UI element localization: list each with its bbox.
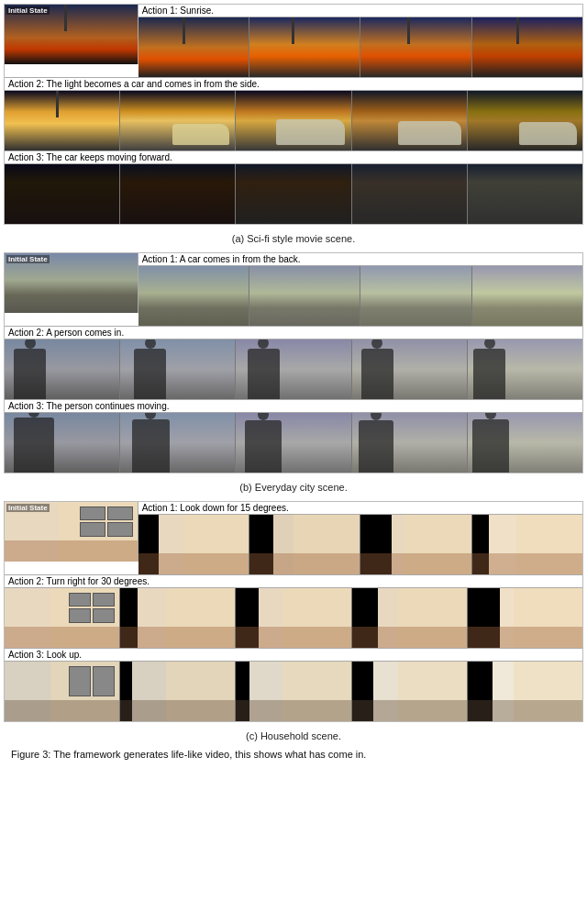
city-row1: Action 2: A person comes in. xyxy=(5,327,582,400)
sci-fi-frame-r1c1 xyxy=(120,91,236,150)
household-frame-r2c3 xyxy=(352,662,468,721)
sci-fi-frame-r0c3 xyxy=(360,17,471,77)
sci-fi-scene: Initial State Action 1: Sunrise. Action … xyxy=(4,4,583,225)
city-frame-r2c1 xyxy=(120,413,236,473)
sci-fi-frame-r1c2 xyxy=(236,91,351,150)
sci-fi-frame-r2c4 xyxy=(468,164,582,224)
sci-fi-row1: Action 2: The light becomes a car and co… xyxy=(5,78,582,151)
city-frame-r1c3 xyxy=(352,340,468,399)
household-frame-r1c3 xyxy=(352,588,468,648)
city-frame-r2c3 xyxy=(352,413,468,473)
city-frame-r0c3 xyxy=(360,266,471,326)
sci-fi-frame-r1c4 xyxy=(468,91,582,150)
sci-fi-frame-r2c0 xyxy=(5,164,120,224)
household-row0: Initial State Action 1: Look down for 15… xyxy=(5,502,582,575)
city-frame-r1c0 xyxy=(5,340,120,399)
household-frame-r0c3 xyxy=(360,515,471,574)
household-action2-label: Action 2: Turn right for 30 degrees. xyxy=(5,575,582,588)
figure-caption: Figure 3: The framework generates life-l… xyxy=(4,744,583,765)
city-scene: Initial State Action 1: A car comes in f… xyxy=(4,252,583,473)
sci-fi-action3-label: Action 3: The car keeps moving forward. xyxy=(5,151,582,164)
household-caption: (c) Household scene. xyxy=(4,728,583,744)
sci-fi-frame-r0c1 xyxy=(138,17,249,77)
sci-fi-frame-r2c1 xyxy=(120,164,236,224)
household-frame-r2c0 xyxy=(5,662,120,721)
household-initial-label: Initial State xyxy=(6,504,50,512)
sci-fi-frame-r2c3 xyxy=(352,164,468,224)
household-row1: Action 2: Turn right for 30 degrees. xyxy=(5,575,582,649)
sci-fi-frame-r1c0 xyxy=(5,91,120,150)
city-frame-r0c4 xyxy=(472,266,582,326)
sci-fi-frame-r1c3 xyxy=(352,91,468,150)
sci-fi-frame-r0c2 xyxy=(249,17,360,77)
sci-fi-frame-r0c0: Initial State xyxy=(5,5,138,64)
household-action3-label: Action 3: Look up. xyxy=(5,649,582,662)
household-frame-r2c2 xyxy=(236,662,351,721)
city-frame-r1c2 xyxy=(236,340,351,399)
city-row2: Action 3: The person continues moving. xyxy=(5,400,582,473)
sci-fi-caption: (a) Sci-fi style movie scene. xyxy=(4,230,583,247)
sci-fi-row0: Initial State Action 1: Sunrise. xyxy=(5,5,582,78)
city-caption: (b) Everyday city scene. xyxy=(4,479,583,495)
city-frame-r2c0 xyxy=(5,413,120,473)
sci-fi-action2-label: Action 2: The light becomes a car and co… xyxy=(5,78,582,91)
sci-fi-action1-label: Action 1: Sunrise. xyxy=(138,5,582,17)
city-action2-label: Action 2: A person comes in. xyxy=(5,327,582,340)
city-frame-r2c2 xyxy=(236,413,351,473)
household-frame-r0c2 xyxy=(249,515,360,574)
city-frame-r2c4 xyxy=(468,413,582,473)
household-frame-r0c0: Initial State xyxy=(5,502,138,562)
sci-fi-frame-r0c4 xyxy=(472,17,582,77)
household-frame-r1c2 xyxy=(236,588,351,648)
city-frame-r1c4 xyxy=(468,340,582,399)
sci-fi-row2: Action 3: The car keeps moving forward. xyxy=(5,151,582,224)
city-frame-r0c0: Initial State xyxy=(5,253,138,313)
initial-state-label: Initial State xyxy=(6,6,50,15)
figure-container: Initial State Action 1: Sunrise. Action … xyxy=(0,0,587,769)
city-frame-r0c1 xyxy=(138,266,249,326)
city-action3-label: Action 3: The person continues moving. xyxy=(5,400,582,413)
city-row0: Initial State Action 1: A car comes in f… xyxy=(5,253,582,327)
household-frame-r2c1 xyxy=(120,662,236,721)
household-frame-r1c1 xyxy=(120,588,236,648)
household-frame-r1c4 xyxy=(468,588,582,648)
city-frame-r0c2 xyxy=(249,266,360,326)
household-frame-r1c0 xyxy=(5,588,120,648)
sci-fi-frame-r2c2 xyxy=(236,164,351,224)
city-frame-r1c1 xyxy=(120,340,236,399)
household-frame-r2c4 xyxy=(468,662,582,721)
household-row2: Action 3: Look up. xyxy=(5,649,582,721)
household-action1-label: Action 1: Look down for 15 degrees. xyxy=(138,502,582,515)
city-action1-label: Action 1: A car comes in from the back. xyxy=(138,253,582,266)
household-scene: Initial State Action 1: Look down for 15… xyxy=(4,501,583,722)
household-frame-r0c1 xyxy=(138,515,249,574)
household-frame-r0c4 xyxy=(472,515,582,574)
city-initial-label: Initial State xyxy=(6,255,50,263)
